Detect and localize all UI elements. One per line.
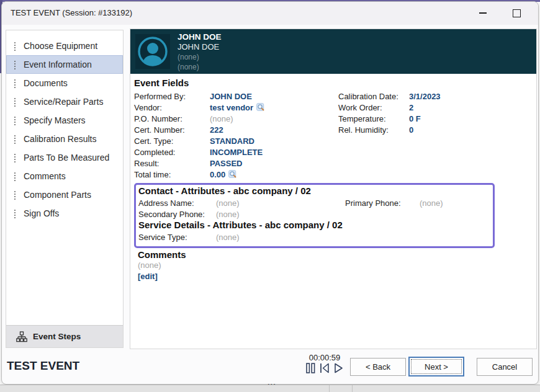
drag-grip-icon [14,209,16,218]
field-value: STANDARD [210,136,254,146]
attr-row-address-name: Address Name: (none) Primary Phone: (non… [138,197,490,208]
sidebar-item-label: Event Information [24,60,92,69]
drag-grip-icon [14,135,16,143]
sidebar-item-label: Sign Offs [24,208,59,218]
skip-to-start-button[interactable] [320,363,330,373]
field-row-completed: Completed: INCOMPLETE [134,146,265,158]
field-row-po-number: P.O. Number: (none) [134,113,265,124]
playback-controls [292,363,357,373]
sidebar-item-label: Comments [24,171,66,181]
person-avatar-icon [135,34,170,69]
play-icon [334,363,343,373]
maximize-icon [513,9,521,17]
sidebar-item-label: Specify Masters [24,115,86,125]
sidebar-item-label: Service/Repair Parts [24,97,103,107]
field-label: Calibration Date: [338,92,409,101]
drag-grip-icon [14,153,16,162]
field-row-temperature: Temperature: 0 F [338,113,441,124]
sidebar-item-label: Calibration Results [24,134,97,144]
field-label: Completed: [134,148,210,157]
comments-title: Comments [138,249,534,260]
comments-value: (none) [138,260,534,270]
play-button[interactable] [334,363,343,373]
session-timer: 00:00:59 [292,353,357,362]
field-row-cert-type: Cert. Type: STANDARD [134,135,265,146]
field-value: (none) [210,114,233,123]
sidebar-item-service-repair-parts[interactable]: Service/Repair Parts [6,92,123,111]
person-line4: (none) [178,62,222,72]
field-value: JOHN DOE [210,92,252,101]
edit-comments-link[interactable]: [edit] [138,271,158,282]
field-label: Primary Phone: [345,198,420,208]
pause-icon [306,363,315,373]
view-details-icon[interactable] [228,170,237,179]
sidebar-item-documents[interactable]: Documents [6,74,123,92]
event-steps-button[interactable]: Event Steps [6,325,123,347]
field-value: 222 [210,125,223,135]
person-name-bold: JOHN DOE [178,32,222,42]
event-fields-title: Event Fields [134,78,534,88]
sidebar-item-label: Parts To Be Measured [24,153,109,163]
skip-to-start-icon [320,363,330,373]
field-value: INCOMPLETE [210,148,263,157]
fields-left-column: Performed By: JOHN DOE Vendor: test vend… [134,91,265,180]
fields-right-column: Calibration Date: 3/1/2023 Work Order: 2… [338,91,441,135]
field-row-rel-humidity: Rel. Humidity: 0 [338,124,441,135]
back-button[interactable]: < Back [350,358,406,376]
field-value: PASSED [210,159,243,168]
sidebar-item-component-parts[interactable]: Component Parts [6,185,123,204]
background-window-bottom-strip [0,385,540,392]
field-value: 0.00 [210,170,237,179]
drag-grip-icon [14,172,16,180]
sidebar-item-specify-masters[interactable]: Specify Masters [6,111,123,130]
service-details-title: Service Details - Attributes - abc compa… [138,220,490,230]
steps-sidebar: Choose Equipment Event Information Docum… [6,30,124,348]
maximize-button[interactable] [502,2,531,24]
field-label: Secondary Phone: [138,210,216,219]
attr-row-primary-phone: Primary Phone: (none) [345,197,443,208]
field-label: Service Type: [138,233,216,242]
total-time-value: 0.00 [210,170,225,179]
field-label: Performed By: [134,92,210,101]
contact-attributes-title: Contact - Attributes - abc company / 02 [138,185,490,196]
person-header: JOHN DOE JOHN DOE (none) (none) [130,29,536,74]
field-label: Cert. Type: [134,136,210,146]
vendor-value: test vendor [210,103,253,112]
field-label: Result: [134,159,210,168]
timer-block: 00:00:59 [292,353,357,373]
event-fields-section: Event Fields Performed By: JOHN DOE Vend… [130,74,536,282]
sidebar-item-parts-to-be-measured[interactable]: Parts To Be Measured [6,148,123,167]
field-value: 0 F [409,114,421,123]
minimize-icon [479,12,487,14]
drag-grip-icon [14,60,16,69]
view-details-icon[interactable] [256,103,265,112]
field-row-calibration-date: Calibration Date: 3/1/2023 [338,91,441,102]
drag-grip-icon [14,42,16,50]
sidebar-item-sign-offs[interactable]: Sign Offs [6,204,123,223]
person-info: JOHN DOE JOHN DOE (none) (none) [178,34,222,69]
event-information-panel: JOHN DOE JOHN DOE (none) (none) Event Fi… [130,29,537,349]
field-label: Total time: [134,170,210,179]
cancel-button[interactable]: Cancel [477,358,533,376]
field-row-vendor: Vendor: test vendor [134,102,265,113]
field-label: P.O. Number: [134,114,210,123]
sidebar-item-calibration-results[interactable]: Calibration Results [6,130,123,148]
sidebar-item-choose-equipment[interactable]: Choose Equipment [6,37,123,55]
sidebar-item-event-information[interactable]: Event Information [6,55,123,74]
field-label: Rel. Humidity: [338,125,409,135]
field-value: 2 [409,103,413,112]
contact-attributes-rows: Address Name: (none) Primary Phone: (non… [138,197,490,220]
sidebar-item-label: Documents [24,78,68,88]
next-button[interactable]: Next > [408,357,464,376]
pause-button[interactable] [306,363,315,373]
field-row-performed-by: Performed By: JOHN DOE [134,91,265,102]
field-value: (none) [216,198,240,208]
field-value: 0 [409,125,413,135]
field-value: test vendor [210,103,265,112]
attr-row-service-type: Service Type: (none) [138,231,490,243]
sidebar-item-comments[interactable]: Comments [6,167,123,185]
field-label: Cert. Number: [134,125,210,135]
event-dialog-window: TEST EVENT (Session: #133192) Choose Equ… [1,1,539,385]
minimize-button[interactable] [469,2,497,24]
person-line3: (none) [178,52,222,62]
